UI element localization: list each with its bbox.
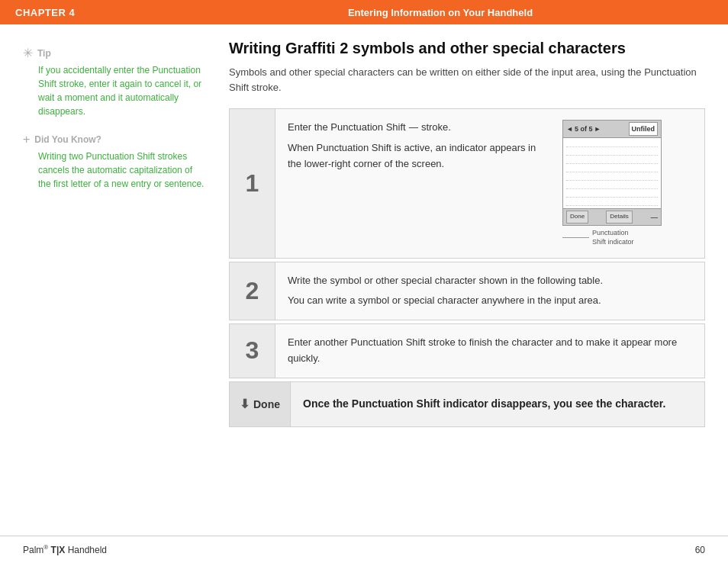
step-2-text2: You can write a symbol or special charac… [288,293,692,309]
pda-details-btn[interactable]: Details [606,211,632,224]
pda-unfiled-label: Unfiled [629,122,659,136]
step-3-content: Enter another Punctuation Shift stroke t… [275,324,704,378]
step-1-content: Enter the Punctuation Shift ⸻ stroke. Wh… [275,109,704,258]
content-intro: Symbols and other special characters can… [229,65,705,95]
brand-suffix: Handheld [68,545,107,555]
tip-label: Tip [37,48,51,59]
pda-line-5 [566,173,658,181]
brand-model: T|X [51,545,66,555]
pda-done-btn[interactable]: Done [566,211,588,224]
steps-list: 1 Enter the Punctuation Shift ⸻ stroke. … [229,108,705,427]
pda-lines [563,138,661,208]
done-text: Once the Punctuation Shift indicator dis… [303,396,665,412]
step-1: 1 Enter the Punctuation Shift ⸻ stroke. … [229,108,705,259]
pda-line-2 [566,148,658,156]
step-1-body: Enter the Punctuation Shift ⸻ stroke. Wh… [288,120,692,247]
pda-line-1 [566,140,658,147]
pda-line-8 [566,198,658,206]
pda-line-3 [566,156,658,164]
step-done: ⬇ Done Once the Punctuation Shift indica… [229,381,705,427]
sidebar: ✳ Tip If you accidentally enter the Punc… [0,40,221,536]
sidebar-did-section: + Did You Know? Writing two Punctuation … [23,134,206,191]
sidebar-tip-section: ✳ Tip If you accidentally enter the Punc… [23,47,206,118]
step-3-number: 3 [230,324,275,378]
pda-titlebar-left: ◄ 5 of 5 ► [566,124,601,134]
step-3: 3 Enter another Punctuation Shift stroke… [229,323,705,378]
header: CHAPTER 4 Entering Information on Your H… [0,0,728,24]
step-3-text1: Enter another Punctuation Shift stroke t… [288,335,692,367]
pda-line-6 [566,182,658,189]
footer-brand: Palm® T|X Handheld [23,544,107,555]
tip-star-icon: ✳ [23,47,33,60]
pda-counter: 5 of 5 [575,124,593,134]
registered-icon: ® [43,544,48,551]
pda-nav-right: ► [594,124,601,134]
pda-footer: Done Details ⸻ [563,208,661,225]
footer: Palm® T|X Handheld 60 [0,536,728,563]
step-1-number: 1 [230,109,275,258]
step-done-content: Once the Punctuation Shift indicator dis… [291,382,704,426]
did-label: Did You Know? [34,134,101,145]
step-2: 2 Write the symbol or other special char… [229,262,705,321]
annotation-text: PunctuationShift indicator [592,229,634,246]
content-area: Writing Graffiti 2 symbols and other spe… [221,40,728,536]
did-header: + Did You Know? [23,134,206,146]
pda-titlebar: ◄ 5 of 5 ► Unfiled [563,121,661,138]
footer-page: 60 [695,545,705,555]
step-1-text: Enter the Punctuation Shift ⸻ stroke. Wh… [288,120,550,172]
page-title: Writing Graffiti 2 symbols and other spe… [229,40,705,57]
done-label: Done [253,398,280,410]
annotation-line [562,237,589,238]
tip-header: ✳ Tip [23,47,206,60]
header-chapter: CHAPTER 4 [15,7,168,18]
pda-punctuation-indicator: ⸻ [650,211,658,224]
step-2-text1: Write the symbol or other special charac… [288,273,692,289]
pda-line-7 [566,190,658,198]
pda-nav-left: ◄ [566,124,573,134]
plus-icon: + [23,134,30,146]
main-content: ✳ Tip If you accidentally enter the Punc… [0,24,728,536]
step-2-content: Write the symbol or other special charac… [275,262,704,320]
step-1-illustration: ◄ 5 of 5 ► Unfiled [562,120,692,247]
pda-annotation: PunctuationShift indicator [562,229,692,246]
brand-name: Palm [23,545,43,555]
step-done-label-area: ⬇ Done [230,382,291,426]
pda-screen: ◄ 5 of 5 ► Unfiled [562,120,662,226]
tip-text: If you accidentally enter the Punctuatio… [23,63,206,118]
step-1-text2: When Punctuation Shift is active, an ind… [288,140,550,172]
header-title: Entering Information on Your Handheld [168,7,713,18]
step-2-number: 2 [230,262,275,320]
done-arrow-icon: ⬇ [240,397,250,411]
did-text: Writing two Punctuation Shift strokes ca… [23,150,206,191]
step-1-text1: Enter the Punctuation Shift ⸻ stroke. [288,120,550,136]
pda-line-4 [566,165,658,172]
